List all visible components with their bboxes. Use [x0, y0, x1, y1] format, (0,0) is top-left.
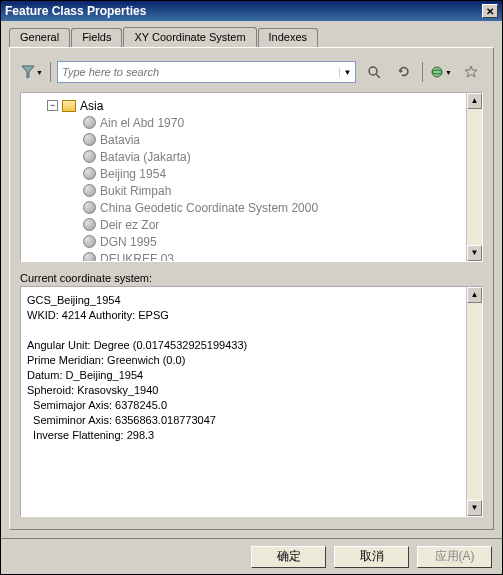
scroll-down-icon[interactable]: ▼ [467, 245, 482, 261]
window-title: Feature Class Properties [5, 4, 482, 18]
collapse-icon[interactable]: − [47, 100, 58, 111]
tree-item[interactable]: DGN 1995 [25, 233, 478, 250]
tree-item[interactable]: Batavia (Jakarta) [25, 148, 478, 165]
separator [50, 62, 51, 82]
tree-item[interactable]: Batavia [25, 131, 478, 148]
apply-button[interactable]: 应用(A) [417, 546, 492, 568]
scroll-down-icon[interactable]: ▼ [467, 500, 482, 516]
tree-label: Asia [80, 99, 103, 113]
globe-icon [83, 252, 96, 262]
cs-datum: Datum: D_Beijing_1954 [27, 368, 476, 383]
globe-icon [83, 201, 96, 214]
globe-icon [83, 167, 96, 180]
globe-icon [83, 150, 96, 163]
funnel-icon [21, 65, 34, 79]
folder-icon [62, 100, 76, 112]
refresh-icon [397, 65, 411, 79]
cs-prime-meridian: Prime Meridian: Greenwich (0.0) [27, 353, 476, 368]
tab-bar: General Fields XY Coordinate System Inde… [9, 27, 494, 47]
tree-item[interactable]: Beijing 1954 [25, 165, 478, 182]
cs-inverse-flattening: Inverse Flattening: 298.3 [27, 428, 476, 443]
cs-name: GCS_Beijing_1954 [27, 293, 476, 308]
toolbar: ▼ ▼ ▼ [20, 60, 483, 84]
svg-point-0 [369, 67, 377, 75]
coordinate-system-tree[interactable]: − Asia Ain el Abd 1970 Batavia Batavia (… [20, 92, 483, 262]
search-dropdown-button[interactable]: ▼ [339, 68, 355, 77]
blank-line [27, 323, 476, 338]
globe-icon [83, 235, 96, 248]
tree-label: Beijing 1954 [100, 167, 166, 181]
tree-scrollbar[interactable]: ▲ ▼ [466, 93, 482, 261]
cs-spheroid: Spheroid: Krasovsky_1940 [27, 383, 476, 398]
filter-button[interactable]: ▼ [20, 60, 44, 84]
tab-general[interactable]: General [9, 28, 70, 48]
close-button[interactable]: ✕ [482, 4, 498, 18]
tree-label: China Geodetic Coordinate System 2000 [100, 201, 318, 215]
chevron-down-icon: ▼ [445, 69, 452, 76]
dialog-footer: 确定 取消 应用(A) [1, 538, 502, 574]
scroll-up-icon[interactable]: ▲ [467, 287, 482, 303]
current-cs-label: Current coordinate system: [20, 272, 483, 284]
search-box: ▼ [57, 61, 356, 83]
new-cs-button[interactable]: ▼ [429, 60, 453, 84]
scroll-up-icon[interactable]: ▲ [467, 93, 482, 109]
ok-button[interactable]: 确定 [251, 546, 326, 568]
chevron-down-icon: ▼ [36, 69, 43, 76]
magnifier-icon [367, 65, 381, 79]
tab-panel-xy: ▼ ▼ ▼ [9, 47, 494, 530]
tree-label: DEUKREF 03 [100, 252, 174, 263]
tab-fields[interactable]: Fields [71, 28, 122, 48]
current-cs-details: GCS_Beijing_1954 WKID: 4214 Authority: E… [20, 286, 483, 517]
tree-item[interactable]: DEUKREF 03 [25, 250, 478, 262]
refresh-button[interactable] [392, 60, 416, 84]
details-scrollbar[interactable]: ▲ ▼ [466, 287, 482, 516]
globe-icon [83, 133, 96, 146]
dialog-content: General Fields XY Coordinate System Inde… [1, 21, 502, 538]
search-button[interactable] [362, 60, 386, 84]
tree-label: Batavia (Jakarta) [100, 150, 191, 164]
cancel-button[interactable]: 取消 [334, 546, 409, 568]
tree-label: Ain el Abd 1970 [100, 116, 184, 130]
tree-item[interactable]: China Geodetic Coordinate System 2000 [25, 199, 478, 216]
tab-xy-coordinate-system[interactable]: XY Coordinate System [123, 27, 256, 47]
dialog-window: Feature Class Properties ✕ General Field… [0, 0, 503, 575]
tree-item[interactable]: Ain el Abd 1970 [25, 114, 478, 131]
cs-semiminor: Semiminor Axis: 6356863.018773047 [27, 413, 476, 428]
titlebar: Feature Class Properties ✕ [1, 1, 502, 21]
separator [422, 62, 423, 82]
svg-point-2 [432, 67, 442, 77]
tree-label: Deir ez Zor [100, 218, 159, 232]
tree-label: Bukit Rimpah [100, 184, 171, 198]
tree-label: DGN 1995 [100, 235, 157, 249]
svg-line-1 [376, 74, 380, 78]
globe-icon [430, 65, 443, 79]
tab-indexes[interactable]: Indexes [258, 28, 319, 48]
tree-node-asia[interactable]: − Asia [25, 97, 478, 114]
tree-item[interactable]: Deir ez Zor [25, 216, 478, 233]
favorite-button[interactable] [459, 60, 483, 84]
search-input[interactable] [58, 66, 339, 78]
cs-semimajor: Semimajor Axis: 6378245.0 [27, 398, 476, 413]
star-icon [464, 65, 478, 79]
globe-icon [83, 218, 96, 231]
tree-label: Batavia [100, 133, 140, 147]
cs-angular-unit: Angular Unit: Degree (0.0174532925199433… [27, 338, 476, 353]
cs-wkid: WKID: 4214 Authority: EPSG [27, 308, 476, 323]
globe-icon [83, 116, 96, 129]
globe-icon [83, 184, 96, 197]
tree-item[interactable]: Bukit Rimpah [25, 182, 478, 199]
